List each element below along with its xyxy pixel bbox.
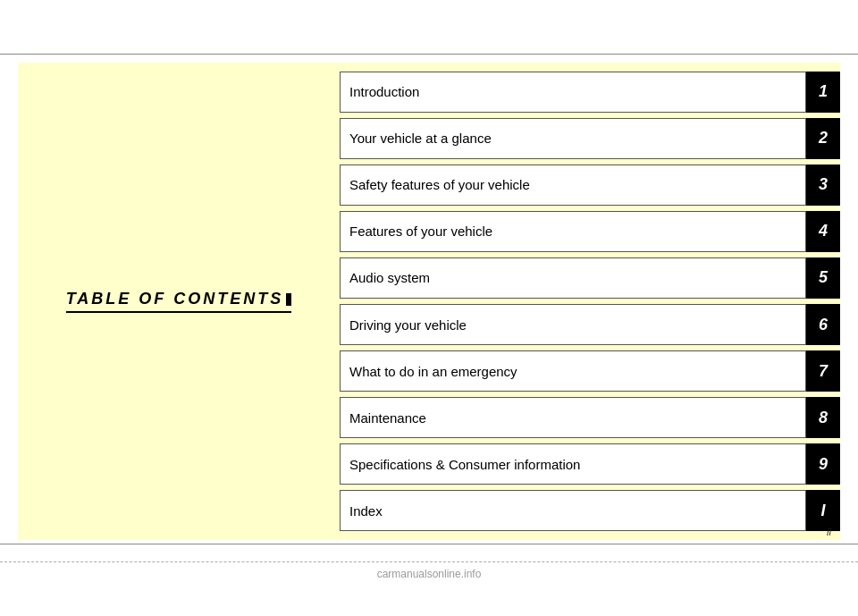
- toc-row[interactable]: IndexI: [340, 490, 840, 531]
- toc-number-2: 2: [806, 118, 840, 159]
- right-panel: Introduction1Your vehicle at a glance2Sa…: [340, 63, 840, 540]
- left-panel: TABLE OF CONTENTS: [18, 63, 340, 540]
- toc-number-3: 3: [806, 165, 840, 206]
- toc-item-3: Safety features of your vehicle: [340, 165, 806, 206]
- toc-row[interactable]: Your vehicle at a glance2: [340, 118, 840, 159]
- dashed-divider: [0, 561, 858, 562]
- toc-item-2: Your vehicle at a glance: [340, 118, 806, 159]
- toc-item-6: Driving your vehicle: [340, 304, 806, 345]
- toc-item-10: Index: [340, 490, 806, 531]
- toc-number-9: 9: [806, 443, 840, 485]
- toc-item-7: What to do in an emergency: [340, 350, 806, 392]
- toc-row[interactable]: Safety features of your vehicle3: [340, 165, 840, 206]
- page-number: ii: [827, 527, 831, 537]
- top-divider: [0, 54, 858, 55]
- toc-item-9: Specifications & Consumer information: [340, 443, 806, 485]
- toc-item-1: Introduction: [340, 72, 806, 113]
- toc-number-8: 8: [806, 397, 840, 438]
- bottom-divider: [0, 544, 858, 544]
- toc-item-5: Audio system: [340, 257, 806, 299]
- toc-number-1: 1: [806, 72, 840, 113]
- toc-row[interactable]: Audio system5: [340, 257, 840, 299]
- toc-item-4: Features of your vehicle: [340, 211, 806, 252]
- toc-row[interactable]: Driving your vehicle6: [340, 304, 840, 345]
- table-of-contents-title: TABLE OF CONTENTS: [66, 290, 292, 313]
- toc-number-6: 6: [806, 304, 840, 345]
- toc-item-8: Maintenance: [340, 397, 806, 438]
- toc-row[interactable]: What to do in an emergency7: [340, 350, 840, 392]
- toc-number-4: 4: [806, 211, 840, 252]
- watermark: carmanualsonline.info: [377, 568, 482, 580]
- toc-row[interactable]: Maintenance8: [340, 397, 840, 438]
- toc-number-10: I: [806, 490, 840, 531]
- main-content: TABLE OF CONTENTS Introduction1Your vehi…: [18, 63, 840, 540]
- toc-row[interactable]: Features of your vehicle4: [340, 211, 840, 252]
- toc-row[interactable]: Introduction1: [340, 72, 840, 113]
- toc-number-5: 5: [806, 257, 840, 299]
- toc-row[interactable]: Specifications & Consumer information9: [340, 443, 840, 485]
- toc-number-7: 7: [806, 350, 840, 392]
